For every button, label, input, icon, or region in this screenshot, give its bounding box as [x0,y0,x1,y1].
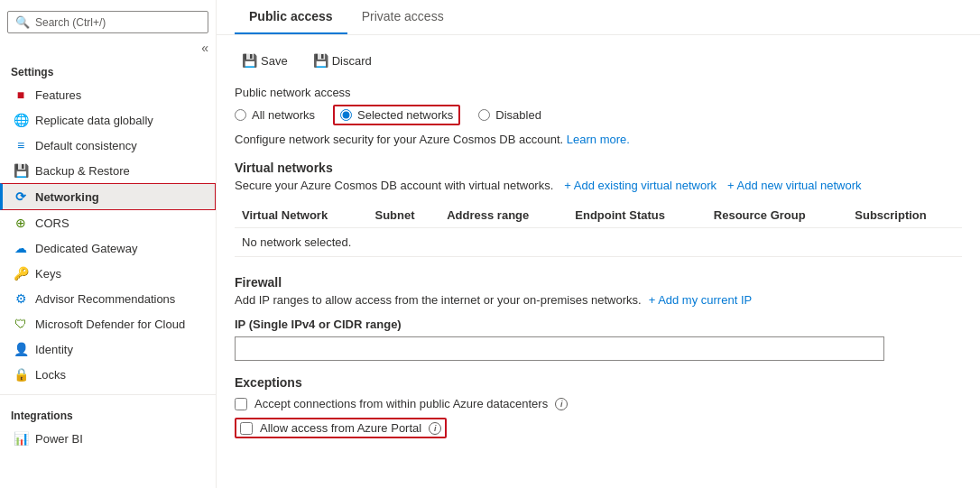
exception-azure-portal-info-icon[interactable]: i [429,422,441,435]
add-existing-vnet-link[interactable]: + Add existing virtual network [564,179,717,192]
sidebar-item-keys[interactable]: 🔑 Keys [0,261,216,286]
sidebar-item-replicate-label: Replicate data globally [35,114,205,127]
collapse-icon[interactable]: « [201,41,208,55]
exception-azure-dc-row[interactable]: Accept connections from within public Az… [235,397,962,410]
col-subnet: Subnet [368,203,440,228]
vnet-table: Virtual Network Subnet Address range End… [235,203,962,257]
sidebar: 🔍 Search (Ctrl+/) « Settings ■ Features … [0,0,217,488]
sidebar-item-identity[interactable]: 👤 Identity [0,336,216,362]
sidebar-item-powerbi[interactable]: 📊 Power BI [0,426,216,451]
col-address-range: Address range [439,203,568,228]
radio-selected-input[interactable] [340,109,352,121]
save-button[interactable]: 💾 Save [235,50,295,71]
sidebar-item-advisor-label: Advisor Recommendations [35,292,205,306]
help-text: Configure network security for your Azur… [235,133,962,146]
tabs-container: Public access Private access [217,0,980,35]
sidebar-item-replicate[interactable]: 🌐 Replicate data globally [0,107,216,133]
radio-group: All networks Selected networks Disabled [235,105,962,125]
sidebar-item-identity-label: Identity [35,343,205,356]
discard-icon: 💾 [313,53,328,68]
no-network-text: No network selected. [235,228,962,257]
radio-selected-label: Selected networks [357,108,453,122]
features-icon: ■ [14,87,28,102]
sidebar-item-advisor[interactable]: ⚙ Advisor Recommendations [0,286,216,311]
keys-icon: 🔑 [14,266,28,281]
sidebar-item-features[interactable]: ■ Features [0,82,216,107]
firewall-section: Firewall Add IP ranges to allow access f… [235,275,962,361]
virtual-networks-section: Virtual networks Secure your Azure Cosmo… [235,161,962,257]
settings-section-label: Settings [0,59,216,82]
ip-label: IP (Single IPv4 or CIDR range) [235,318,962,331]
search-bar[interactable]: 🔍 Search (Ctrl+/) [7,11,208,33]
sidebar-item-consistency-label: Default consistency [35,139,205,152]
public-network-access-section: Public network access All networks Selec… [235,86,962,146]
sidebar-item-locks[interactable]: 🔒 Locks [0,362,216,387]
learn-more-link[interactable]: Learn more. [567,133,630,146]
tab-private-access[interactable]: Private access [347,0,458,34]
sidebar-item-networking[interactable]: ⟳ Networking [0,183,216,210]
locks-icon: 🔒 [14,367,28,382]
ip-input[interactable] [235,336,884,361]
replicate-icon: 🌐 [14,113,28,127]
integrations-section-label: Integrations [0,402,216,426]
sidebar-item-networking-label: Networking [35,190,204,204]
add-my-ip-link[interactable]: + Add my current IP [649,293,753,307]
tab-public-access[interactable]: Public access [235,0,347,34]
vnet-desc-text: Secure your Azure Cosmos DB account with… [235,179,553,192]
exception-azure-portal-row[interactable]: Allow access from Azure Portal i [240,421,441,435]
sidebar-item-cors[interactable]: ⊕ CORS [0,210,216,235]
cors-icon: ⊕ [14,216,28,230]
advisor-icon: ⚙ [14,291,28,306]
exception-azure-portal-box: Allow access from Azure Portal i [235,418,447,438]
sidebar-item-keys-label: Keys [35,267,205,281]
col-resource-group: Resource Group [707,203,847,228]
exception-azure-dc-checkbox[interactable] [235,398,247,410]
exception-azure-dc-info-icon[interactable]: i [555,398,568,410]
radio-all-label: All networks [252,108,315,122]
radio-selected-networks[interactable]: Selected networks [340,108,453,122]
sidebar-item-cors-label: CORS [35,216,205,230]
sidebar-item-gateway-label: Dedicated Gateway [35,242,205,255]
gateway-icon: ☁ [14,241,28,255]
radio-all-input[interactable] [235,109,246,121]
radio-disabled[interactable]: Disabled [478,108,541,122]
sidebar-item-defender[interactable]: 🛡 Microsoft Defender for Cloud [0,311,216,336]
vnet-header: Virtual networks [235,161,962,175]
radio-all-networks[interactable]: All networks [235,108,315,122]
sidebar-item-gateway[interactable]: ☁ Dedicated Gateway [0,235,216,261]
sidebar-item-backup[interactable]: 💾 Backup & Restore [0,158,216,183]
search-icon: 🔍 [15,15,30,29]
help-text-content: Configure network security for your Azur… [235,133,563,146]
firewall-header: Firewall [235,275,962,290]
defender-icon: 🛡 [14,317,28,331]
backup-icon: 💾 [14,163,28,178]
save-icon: 💾 [242,53,257,68]
toolbar: 💾 Save 💾 Discard [235,50,962,71]
sidebar-item-powerbi-label: Power BI [35,432,205,446]
sidebar-item-features-label: Features [35,88,205,102]
sidebar-item-consistency[interactable]: ≡ Default consistency [0,133,216,158]
exception-azure-portal-checkbox[interactable] [240,422,253,435]
exception-azure-dc-label: Accept connections from within public Az… [254,397,548,410]
exception-azure-portal-label: Allow access from Azure Portal [260,421,421,435]
consistency-icon: ≡ [14,138,28,152]
networking-icon: ⟳ [14,189,28,204]
search-placeholder: Search (Ctrl+/) [35,16,106,29]
table-row: No network selected. [235,228,962,257]
firewall-desc-text: Add IP ranges to allow access from the i… [235,293,642,307]
firewall-desc: Add IP ranges to allow access from the i… [235,293,962,307]
sidebar-item-backup-label: Backup & Restore [35,164,205,178]
public-network-access-label: Public network access [235,86,962,99]
exceptions-header: Exceptions [235,375,962,390]
col-virtual-network: Virtual Network [235,203,368,228]
col-subscription: Subscription [847,203,962,228]
radio-disabled-input[interactable] [478,109,490,121]
col-endpoint-status: Endpoint Status [568,203,707,228]
add-new-vnet-link[interactable]: + Add new virtual network [727,179,862,192]
radio-disabled-label: Disabled [495,108,541,122]
powerbi-icon: 📊 [14,431,28,446]
sidebar-item-locks-label: Locks [35,368,205,382]
main-content: Public access Private access 💾 Save 💾 Di… [217,0,980,488]
content-area: 💾 Save 💾 Discard Public network access A… [217,35,980,488]
discard-button[interactable]: 💾 Discard [306,50,379,71]
